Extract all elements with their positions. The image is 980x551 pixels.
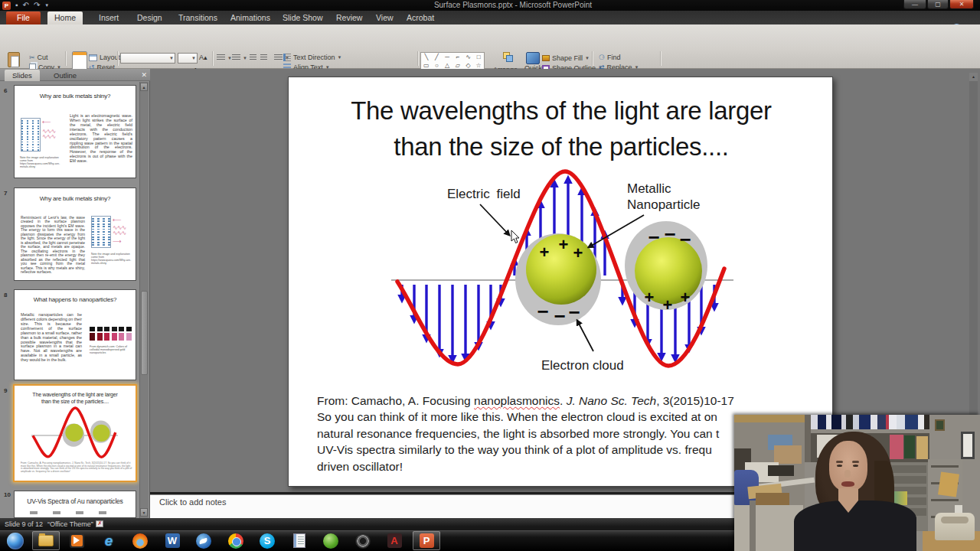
tab-home[interactable]: Home — [47, 11, 83, 24]
slide-diagram: +++ −−− −−− +++ Electric field Metallic … — [384, 165, 744, 387]
taskbar-media-player[interactable] — [63, 531, 90, 550]
tab-acrobat[interactable]: Acrobat — [400, 11, 441, 24]
firefox-icon — [132, 533, 148, 549]
thumb6-incident-arrow: ⟵ — [42, 119, 50, 125]
increase-indent-button[interactable] — [260, 54, 267, 61]
tab-slides[interactable]: Slides — [5, 70, 40, 81]
taskbar-camera[interactable] — [349, 531, 377, 550]
panel-close-icon[interactable]: ✕ — [141, 71, 147, 79]
sidebar-scrollbar-thumb[interactable] — [141, 291, 148, 375]
slide-thumbnail-8[interactable]: What happens to nanoparticles? Metallic … — [14, 289, 136, 380]
taskbar-explorer[interactable] — [32, 531, 60, 550]
main-scroll-up-icon[interactable]: ▲ — [969, 73, 978, 81]
internet-explorer-icon: e — [105, 533, 113, 549]
thumb8-swatches-colors — [90, 330, 133, 344]
start-button[interactable] — [2, 531, 29, 550]
thumb6-wave: ∿∿∿∿∿∿ — [42, 129, 55, 139]
paste-icon — [8, 52, 20, 67]
label-metallic: Metallic — [627, 181, 671, 196]
notes-placeholder: Click to add notes — [159, 497, 226, 507]
redo-icon[interactable]: ↷ — [34, 2, 40, 9]
spellcheck-icon[interactable] — [96, 520, 103, 527]
webcam-overlay — [734, 415, 980, 551]
slides-panel-tabs: Slides Outline ✕ — [0, 69, 150, 81]
chrome-icon — [228, 533, 243, 549]
svg-text:−: − — [568, 301, 580, 324]
tab-view[interactable]: View — [369, 11, 400, 24]
cut-icon: ✂ — [29, 54, 35, 61]
quick-styles-icon — [526, 52, 540, 64]
slide-thumbnail-10[interactable]: UV-Vis Spectra of Au nanoparticles — [14, 491, 136, 518]
presenter-shirt — [794, 500, 916, 551]
svg-text:+: + — [573, 243, 583, 262]
find-icon: ⚆ — [599, 54, 605, 61]
tab-file[interactable]: File — [6, 11, 41, 24]
svg-text:−: − — [664, 223, 675, 246]
tab-transitions[interactable]: Transitions — [172, 11, 224, 24]
shape-curve-icon[interactable]: ∿ — [463, 53, 474, 61]
qat-dropdown-icon[interactable]: ▼ — [44, 2, 49, 9]
shape-fill-button[interactable]: Shape Fill▼ — [542, 54, 590, 62]
svg-text:−: − — [537, 300, 548, 323]
slide-title: The wavelengths of the light are larger … — [289, 93, 833, 165]
label-electric-field: Electric field — [447, 187, 521, 201]
maximize-button[interactable]: ▢ — [927, 0, 949, 9]
taskbar-powerpoint-active[interactable]: P — [413, 531, 440, 550]
word-icon: W — [165, 533, 180, 548]
slide-thumbnail-7[interactable]: Why are bulk metals shiny? Reminiscent o… — [14, 187, 136, 281]
slide-thumbnail-9-selected[interactable]: The wavelengths of the light are larger … — [13, 384, 137, 482]
taskbar-word[interactable]: W — [158, 531, 186, 550]
text-direction-button[interactable]: Text Direction▼ — [283, 54, 341, 61]
screen: P ▪ ↶ ↷ ▼ Surface Plasmons.pptx - Micros… — [0, 0, 980, 551]
shape-elbow-icon[interactable]: ⌐ — [452, 53, 463, 61]
close-button[interactable]: ✕ — [949, 0, 974, 9]
webcam-shelf-board-left — [734, 415, 811, 422]
powerpoint-app-icon[interactable]: P — [2, 2, 11, 10]
taskbar-thunderbird[interactable] — [190, 531, 217, 550]
font-size-combobox[interactable]: ▼ — [178, 53, 198, 64]
skype-icon: S — [260, 533, 275, 549]
svg-text:+: + — [663, 295, 673, 315]
theme-indicator: “Office Theme” — [47, 520, 93, 528]
webcam-manila-envelope — [938, 471, 959, 497]
quick-access-toolbar: P ▪ ↶ ↷ ▼ — [2, 1, 49, 10]
sidebar-scroll-up-icon[interactable]: ▲ — [140, 83, 148, 91]
undo-icon[interactable]: ↶ — [23, 2, 29, 9]
minimize-button[interactable]: — — [903, 0, 926, 9]
taskbar-firefox[interactable] — [126, 531, 154, 550]
tab-slideshow[interactable]: Slide Show — [276, 11, 330, 24]
text-direction-icon — [283, 54, 291, 61]
font-name-combobox[interactable]: ▼ — [120, 53, 175, 64]
thumbnail-number: 10 — [4, 491, 11, 498]
svg-text:+: + — [645, 288, 655, 307]
shape-hline-icon[interactable]: ─ — [442, 53, 452, 61]
shape-line-icon[interactable]: ╲ — [421, 53, 432, 61]
taskbar-green-app[interactable] — [317, 531, 345, 550]
numbering-button[interactable]: ▼ — [232, 54, 247, 61]
window-title: Surface Plasmons.pptx - Microsoft PowerP… — [375, 1, 651, 9]
tab-insert[interactable]: Insert — [92, 11, 126, 24]
presenter-face — [829, 441, 867, 491]
decrease-indent-button[interactable] — [250, 54, 256, 61]
bullets-button[interactable]: ▼ — [217, 54, 232, 61]
slide-thumbnail-6[interactable]: Why are bulk metals shiny? ⟵ ∿∿∿∿∿∿ Note… — [14, 85, 136, 178]
cut-button[interactable]: ✂Cut — [29, 54, 48, 61]
save-icon[interactable]: ▪ — [15, 2, 18, 9]
tab-outline[interactable]: Outline — [46, 70, 84, 81]
grow-font-button[interactable]: A▴ — [199, 54, 207, 61]
shape-square-icon[interactable]: □ — [473, 53, 484, 61]
find-button[interactable]: ⚆Find — [599, 54, 621, 61]
taskbar-adobe-reader[interactable]: A — [381, 531, 408, 550]
thumb9-diagram — [21, 406, 129, 461]
taskbar-chrome[interactable] — [222, 531, 250, 550]
taskbar-internet-explorer[interactable]: e — [95, 531, 122, 550]
taskbar-journal[interactable] — [286, 531, 313, 550]
shape-line2-icon[interactable]: ╱ — [432, 53, 443, 61]
tab-animations[interactable]: Animations — [224, 11, 277, 24]
tab-design[interactable]: Design — [130, 11, 169, 24]
tab-review[interactable]: Review — [329, 11, 369, 24]
explorer-icon — [38, 535, 54, 546]
sidebar-scroll-down-icon[interactable]: ▼ — [140, 508, 148, 517]
taskbar-skype[interactable]: S — [253, 531, 281, 550]
thumbnail-number: 6 — [4, 87, 7, 94]
